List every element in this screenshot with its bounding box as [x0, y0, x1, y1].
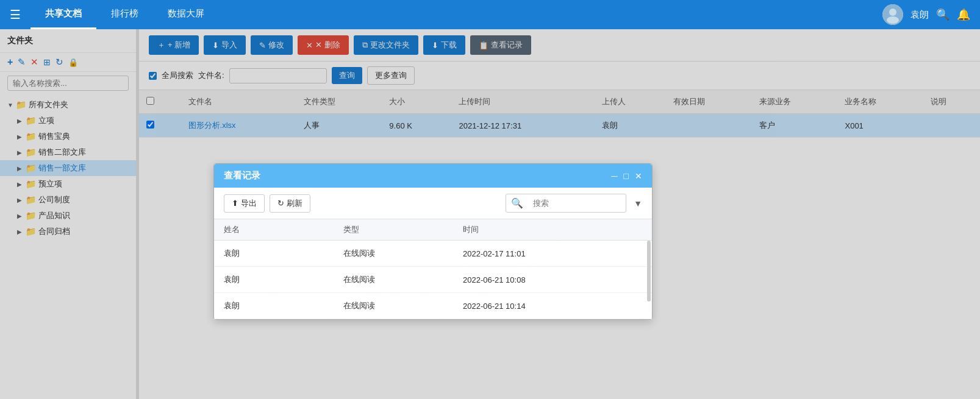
modal-controls: ─ □ ✕ [612, 171, 642, 181]
avatar [882, 4, 903, 25]
record-name-1: 袁朗 [224, 248, 343, 259]
modal-overlay: 查看记录 ─ □ ✕ ⬆ 导出 ↻ 刷新 🔍 ▼ 姓名 [0, 29, 980, 399]
modal-record-row[interactable]: 袁朗 在线阅读 2022-06-21 10:08 [214, 267, 652, 293]
record-type-1: 在线阅读 [343, 248, 463, 259]
record-type-2: 在线阅读 [343, 274, 463, 285]
modal-search-icon: 🔍 [506, 194, 528, 212]
modal-table-header: 姓名 类型 时间 [214, 219, 652, 241]
refresh-icon: ↻ [277, 199, 284, 208]
modal-body: 杭州八谈科技有限公司 2022-06-21 内部资料，不可外泄 杭州八谈科技有限… [214, 241, 652, 319]
modal-title: 查看记录 [224, 170, 260, 182]
menu-icon[interactable]: ☰ [10, 7, 21, 22]
modal-scrollbar[interactable] [647, 241, 651, 302]
view-history-modal: 查看记录 ─ □ ✕ ⬆ 导出 ↻ 刷新 🔍 ▼ 姓名 [213, 163, 653, 320]
nav-username: 袁朗 [910, 9, 929, 21]
modal-th-time: 时间 [463, 224, 642, 235]
record-name-3: 袁朗 [224, 300, 343, 311]
record-time-1: 2022-02-17 11:01 [463, 249, 642, 258]
modal-header: 查看记录 ─ □ ✕ [214, 164, 652, 188]
modal-record-row[interactable]: 袁朗 在线阅读 2022-06-21 10:14 [214, 293, 652, 319]
nav-tab-data-screen[interactable]: 数据大屏 [153, 0, 219, 29]
modal-maximize-button[interactable]: □ [624, 171, 629, 181]
modal-close-button[interactable]: ✕ [635, 171, 642, 181]
modal-th-type: 类型 [343, 224, 463, 235]
record-type-3: 在线阅读 [343, 300, 463, 311]
modal-export-button[interactable]: ⬆ 导出 [224, 194, 265, 213]
modal-toolbar: ⬆ 导出 ↻ 刷新 🔍 ▼ [214, 188, 652, 219]
nav-tab-ranking[interactable]: 排行榜 [96, 0, 153, 29]
top-nav: ☰ 共享文档 排行榜 数据大屏 袁朗 🔍 🔔 [0, 0, 980, 29]
nav-tab-shared-docs[interactable]: 共享文档 [30, 0, 96, 29]
modal-refresh-button[interactable]: ↻ 刷新 [270, 194, 310, 213]
export-icon: ⬆ [232, 199, 238, 208]
modal-search-bar: 🔍 [506, 194, 626, 213]
modal-search-input[interactable] [528, 196, 626, 211]
record-name-2: 袁朗 [224, 274, 343, 285]
record-time-2: 2022-06-21 10:08 [463, 275, 642, 284]
search-icon[interactable]: 🔍 [936, 8, 950, 21]
record-time-3: 2022-06-21 10:14 [463, 302, 642, 311]
modal-filter-icon[interactable]: ▼ [634, 199, 642, 208]
modal-record-row[interactable]: 袁朗 在线阅读 2022-02-17 11:01 [214, 241, 652, 267]
modal-minimize-button[interactable]: ─ [612, 171, 618, 181]
modal-th-name: 姓名 [224, 224, 343, 235]
svg-point-1 [889, 9, 896, 16]
nav-right: 袁朗 🔍 🔔 [882, 4, 970, 25]
svg-point-2 [887, 16, 899, 24]
bell-icon[interactable]: 🔔 [957, 8, 970, 21]
